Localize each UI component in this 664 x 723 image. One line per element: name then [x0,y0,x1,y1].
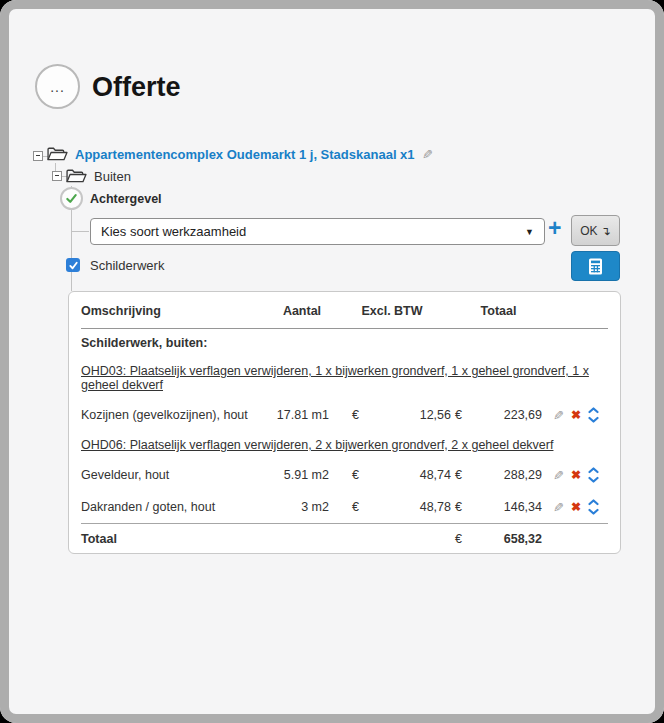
tree-connector [72,231,89,232]
edit-item-icon[interactable]: ✎ [553,408,564,423]
edit-item-icon[interactable]: ✎ [553,500,564,515]
add-work-type-button[interactable]: + [548,213,561,243]
move-item-icon[interactable] [588,407,599,423]
tree-node-buiten: Buiten [66,168,131,184]
calculator-button[interactable] [571,251,620,281]
item-description: Kozijnen (gevelkozijnen), hout [81,399,273,431]
item-total: 223,69 [467,399,544,431]
tree-node-project: Appartementencomplex Oudemarkt 1 j, Stad… [47,146,432,162]
section-complete-icon[interactable] [60,187,83,210]
table-row: Dakranden / goten, hout 3 m2 € 48,78 € 1… [81,491,608,524]
edit-item-icon[interactable]: ✎ [553,468,564,483]
table-header-row: Omschrijving Aantal Excl. BTW Totaal [81,292,608,329]
chevron-down-icon: ▼ [525,219,534,245]
col-totaal: Totaal [453,292,544,329]
group-header-row: OHD03: Plaatselijk verflagen verwijderen… [81,357,608,399]
table-row: Kozijnen (gevelkozijnen), hout 17.81 m1 … [81,399,608,431]
item-quantity: 17.81 m1 [273,399,331,431]
table-footer-row: Totaal € 658,32 [81,524,608,554]
folder-label[interactable]: Buiten [94,169,131,184]
calculator-icon [587,258,604,275]
ok-button[interactable]: OK ↴ [571,215,620,246]
item-description: Dakranden / goten, hout [81,491,273,524]
schilderwerk-checkbox-label[interactable]: Schilderwerk [90,258,164,273]
item-excl-btw: 48,74 [361,459,453,491]
item-quantity: 3 m2 [273,491,331,524]
work-type-select-value: Kies soort werkzaamheid [101,224,246,239]
open-folder-icon [47,146,68,162]
currency-symbol: € [453,459,467,491]
item-total: 146,34 [467,491,544,524]
work-items-panel: Omschrijving Aantal Excl. BTW Totaal Sch… [68,291,621,554]
item-excl-btw: 12,56 [361,399,453,431]
currency-symbol: € [331,399,361,431]
project-link[interactable]: Appartementencomplex Oudemarkt 1 j, Stad… [75,147,415,162]
avatar-dots: ... [50,79,65,95]
tree-node-achtergevel: Achtergevel [90,192,162,206]
group-code-line: OHD03: Plaatselijk verflagen verwijderen… [81,364,589,392]
tree-collapse-project[interactable] [33,151,43,161]
delete-item-icon[interactable]: ✖ [571,468,581,482]
move-item-icon[interactable] [588,499,599,515]
item-excl-btw: 48,78 [361,491,453,524]
item-quantity: 5.91 m2 [273,459,331,491]
app-window: ... Offerte Appartementencomplex Oudemar… [0,0,664,723]
footer-total: 658,32 [467,524,544,554]
col-excl-btw: Excl. BTW [331,292,453,329]
page-title: Offerte [92,72,181,103]
avatar[interactable]: ... [35,64,80,109]
group-header-row: OHD06: Plaatselijk verflagen verwijderen… [81,431,608,459]
table-section-row: Schilderwerk, buiten: [81,329,608,358]
section-title: Schilderwerk, buiten: [81,329,608,358]
open-folder-icon [66,168,87,184]
col-aantal: Aantal [273,292,331,329]
schilderwerk-checkbox[interactable] [66,258,80,272]
move-item-icon[interactable] [588,467,599,483]
section-label[interactable]: Achtergevel [90,192,162,206]
currency-symbol: € [453,524,467,554]
work-type-select[interactable]: Kies soort werkzaamheid ▼ [90,218,545,245]
work-items-table: Omschrijving Aantal Excl. BTW Totaal Sch… [81,292,608,553]
delete-item-icon[interactable]: ✖ [571,408,581,422]
delete-item-icon[interactable]: ✖ [571,500,581,514]
group-code-line: OHD06: Plaatselijk verflagen verwijderen… [81,438,553,452]
tree-collapse-buiten[interactable] [52,171,62,181]
check-icon [68,260,79,271]
item-description: Geveldeur, hout [81,459,273,491]
table-row: Geveldeur, hout 5.91 m2 € 48,74 € 288,29… [81,459,608,491]
currency-symbol: € [331,491,361,524]
footer-label: Totaal [81,524,273,554]
check-icon [64,191,79,206]
currency-symbol: € [331,459,361,491]
currency-symbol: € [453,491,467,524]
item-total: 288,29 [467,459,544,491]
currency-symbol: € [453,399,467,431]
edit-project-icon[interactable]: ✎ [422,147,433,162]
col-actions [544,292,608,329]
col-omschrijving: Omschrijving [81,292,273,329]
